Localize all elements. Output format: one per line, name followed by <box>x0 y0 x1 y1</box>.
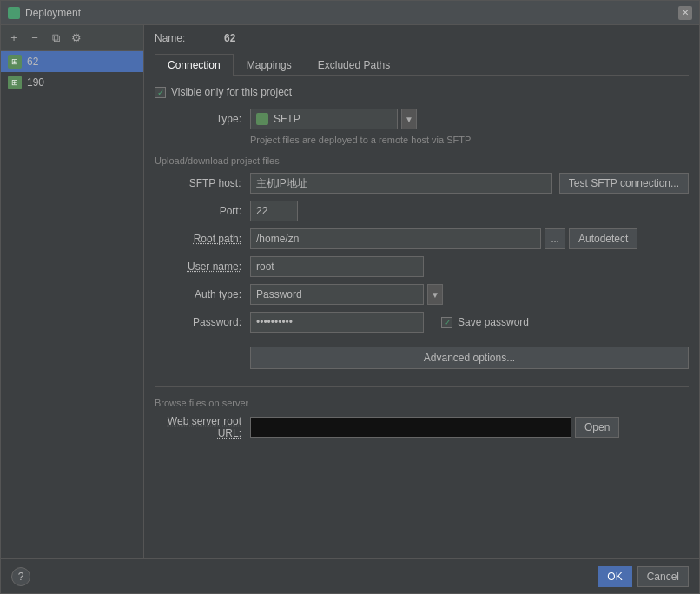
password-row: Password: Save password <box>155 312 689 333</box>
main-content: + − ⧉ ⚙ ⊞ 62 ⊞ 190 Name: 62 <box>1 25 699 558</box>
deployment-icon <box>8 7 20 19</box>
port-input[interactable] <box>250 201 298 221</box>
add-server-button[interactable]: + <box>4 29 23 48</box>
sftp-icon <box>256 113 268 125</box>
username-label: User name: <box>155 261 250 273</box>
server-icon-190: ⊞ <box>8 76 22 89</box>
auth-type-select[interactable]: Password <box>250 284 424 305</box>
sftp-host-label: SFTP host: <box>155 177 250 189</box>
web-url-row: Web server root URL: Open <box>155 415 689 439</box>
username-row: User name: <box>155 256 689 277</box>
test-connection-button[interactable]: Test SFTP connection... <box>559 173 689 194</box>
tab-bar: Connection Mappings Excluded Paths <box>155 53 689 76</box>
remove-server-button[interactable]: − <box>25 29 44 48</box>
server-list: ⊞ 62 ⊞ 190 <box>1 51 143 558</box>
deployment-window: Deployment ✕ + − ⧉ ⚙ ⊞ 62 ⊞ 190 <box>0 0 700 594</box>
root-path-row: Root path: ... Autodetect <box>155 228 689 249</box>
dialog-actions: OK Cancel <box>598 566 689 587</box>
advanced-options-button[interactable]: Advanced options... <box>250 346 689 369</box>
web-url-input[interactable] <box>250 417 571 438</box>
visible-only-row: Visible only for this project <box>155 86 689 98</box>
upload-section-title: Upload/download project files <box>155 155 689 166</box>
type-row: Type: SFTP ▼ <box>155 109 689 129</box>
title-bar: Deployment ✕ <box>1 1 699 25</box>
title-bar-left: Deployment <box>8 7 81 19</box>
root-path-input-group: ... Autodetect <box>250 228 637 249</box>
root-path-input[interactable] <box>250 228 541 249</box>
section-divider <box>155 386 689 387</box>
tab-connection[interactable]: Connection <box>155 54 234 76</box>
auth-type-select-wrapper: Password ▼ <box>250 284 443 305</box>
server-label-190: 190 <box>27 76 44 89</box>
type-hint: Project files are deployed to a remote h… <box>250 135 689 145</box>
port-row: Port: <box>155 201 689 221</box>
close-button[interactable]: ✕ <box>678 6 692 20</box>
ok-button[interactable]: OK <box>598 566 631 587</box>
server-item-190[interactable]: ⊞ 190 <box>1 72 143 93</box>
open-button[interactable]: Open <box>575 417 619 438</box>
type-select-wrapper: SFTP ▼ <box>250 109 417 129</box>
type-value: SFTP <box>274 113 300 125</box>
auth-type-label: Auth type: <box>155 288 250 300</box>
save-password-label: Save password <box>458 316 529 328</box>
save-password-checkbox[interactable] <box>441 317 452 328</box>
username-input[interactable] <box>250 256 424 277</box>
server-icon-62: ⊞ <box>8 55 22 69</box>
sftp-host-input[interactable] <box>250 173 552 194</box>
type-dropdown-arrow[interactable]: ▼ <box>401 109 417 129</box>
web-url-input-group: Open <box>250 417 619 438</box>
password-label: Password: <box>155 316 250 328</box>
settings-server-button[interactable]: ⚙ <box>67 29 86 48</box>
type-select[interactable]: SFTP <box>250 109 398 129</box>
server-label-62: 62 <box>27 56 38 68</box>
password-input[interactable] <box>250 312 424 333</box>
tab-mappings[interactable]: Mappings <box>234 54 305 76</box>
browse-section-title: Browse files on server <box>155 398 689 408</box>
autodetect-button[interactable]: Autodetect <box>569 228 637 249</box>
copy-server-button[interactable]: ⧉ <box>46 29 65 48</box>
auth-type-dropdown-arrow[interactable]: ▼ <box>427 284 443 305</box>
type-label: Type: <box>155 113 250 125</box>
save-password-row: Save password <box>441 316 529 328</box>
tab-excluded-paths[interactable]: Excluded Paths <box>305 54 403 76</box>
sftp-host-row: SFTP host: Test SFTP connection... <box>155 173 689 194</box>
sidebar: + − ⧉ ⚙ ⊞ 62 ⊞ 190 <box>1 25 144 558</box>
name-row: Name: 62 <box>155 32 689 44</box>
auth-type-value: Password <box>256 288 302 300</box>
browse-root-path-button[interactable]: ... <box>545 228 565 249</box>
visible-only-label: Visible only for this project <box>171 86 292 98</box>
bottom-bar: ? OK Cancel <box>1 558 699 593</box>
cancel-button[interactable]: Cancel <box>637 566 689 587</box>
help-button[interactable]: ? <box>11 567 30 586</box>
root-path-label: Root path: <box>155 233 250 245</box>
sidebar-toolbar: + − ⧉ ⚙ <box>1 25 143 51</box>
window-title: Deployment <box>25 7 81 19</box>
port-label: Port: <box>155 205 250 217</box>
name-label: Name: <box>155 32 224 44</box>
web-url-label: Web server root URL: <box>155 415 250 439</box>
auth-type-row: Auth type: Password ▼ <box>155 284 689 305</box>
server-item-62[interactable]: ⊞ 62 <box>1 51 143 72</box>
name-value: 62 <box>224 32 235 44</box>
right-panel: Name: 62 Connection Mappings Excluded Pa… <box>144 25 699 558</box>
visible-only-checkbox[interactable] <box>155 87 166 98</box>
